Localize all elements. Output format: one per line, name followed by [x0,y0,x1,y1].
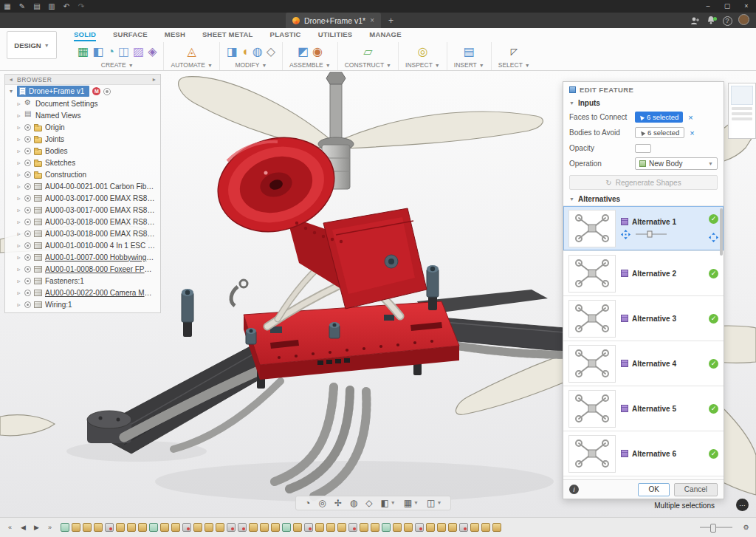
group-create-label[interactable]: CREATE [101,61,126,69]
browser-panel-header[interactable]: ◂ BROWSER ▸ [5,75,160,85]
timeline-feature-icon[interactable] [182,523,191,532]
visibility-eye-icon[interactable] [24,183,31,190]
notifications-bell-icon[interactable] [703,16,719,26]
help-icon[interactable]: ? [719,16,735,26]
timeline-feature-icon[interactable] [404,523,413,532]
clear-bodies-selection-button[interactable]: × [690,129,694,137]
expand-icon[interactable]: ▹ [16,230,21,237]
browser-item[interactable]: ▹ AU00-00-0022-000 Camera Mount... [5,287,160,298]
step-back-button[interactable]: ◀ [18,524,29,531]
go-to-start-button[interactable]: « [4,524,16,531]
visibility-eye-icon[interactable] [24,207,31,213]
expand-icon[interactable]: ▹ [16,301,21,308]
visibility-eye-icon[interactable] [24,195,31,202]
browser-item[interactable]: ▹ AU00-03-0017-000 EMAX RS8-220... [5,192,160,204]
timeline-feature-icon[interactable] [437,523,446,532]
pattern-icon[interactable]: ▨ [133,44,144,60]
timeline-feature-icon[interactable] [426,523,435,532]
visibility-icon[interactable] [103,88,111,95]
window-minimize-button[interactable]: – [698,0,718,13]
revolve-icon[interactable]: ◔ [107,44,114,60]
alternative-row[interactable]: Alternative 6 ✓ [563,431,724,476]
go-to-end-button[interactable]: » [44,524,55,531]
expand-icon[interactable]: ▹ [16,148,21,154]
timeline-feature-icon[interactable] [260,523,269,532]
group-select-label[interactable]: SELECT [498,61,523,69]
timeline-feature-icon[interactable] [481,523,490,532]
opacity-control[interactable] [635,144,651,153]
timeline-feature-icon[interactable] [448,523,457,532]
visibility-eye-icon[interactable] [24,160,31,166]
browser-item[interactable]: ▹ Wiring:1 [5,298,160,310]
timeline-feature-icon[interactable] [149,523,158,532]
form-icon[interactable]: ◈ [148,44,157,60]
select-cursor-icon[interactable]: ◸ [511,44,518,60]
browser-item[interactable]: ▹ Origin [5,121,160,133]
timeline-zoom-slider[interactable] [700,527,732,528]
cancel-button[interactable]: Cancel [674,483,718,496]
timeline-feature-icon[interactable] [393,523,402,532]
alternative-row[interactable]: Alternative 1 ✓ [563,206,724,251]
browser-item[interactable]: ▹ AU00-03-0017-000 EMAX RS8-220... [5,204,160,216]
timeline-feature-icon[interactable] [293,523,302,532]
expand-icon[interactable]: ▹ [16,100,21,107]
timeline-feature-icon[interactable] [171,523,180,532]
move-icon[interactable]: ◇ [267,44,275,60]
shell-icon[interactable]: ◍ [252,44,263,60]
browser-item[interactable]: ▹ Document Settings [5,98,160,109]
share-user-icon[interactable] [687,16,703,25]
timeline-feature-icon[interactable] [193,523,202,532]
visibility-eye-icon[interactable] [24,171,31,178]
browser-item[interactable]: ▹ Fasteners:1 [5,275,160,287]
alternative-row[interactable]: Alternative 4 ✓ [563,341,724,386]
timeline-feature-icon[interactable] [348,523,357,532]
ribbon-tab[interactable]: UTILITIES [318,30,353,41]
zoom-icon[interactable]: ◍ [350,496,357,510]
visibility-eye-icon[interactable] [24,136,31,143]
alternative-row[interactable]: Alternative 5 ✓ [563,386,724,431]
timeline-feature-icon[interactable] [415,523,424,532]
timeline-feature-icon[interactable] [271,523,280,532]
fillet-icon[interactable]: ◖ [241,44,249,60]
timeline-feature-icon[interactable] [315,523,324,532]
redo-icon[interactable]: ↷ [74,0,89,13]
collapse-left-icon[interactable]: ◂ [8,76,14,83]
ribbon-tab[interactable]: MESH [165,30,185,41]
faces-selection-chip[interactable]: 6 selected [635,112,683,123]
fit-icon[interactable]: ◇ [365,496,372,510]
group-insert-label[interactable]: INSERT [454,61,477,69]
insert-canvas-icon[interactable]: ▤ [464,44,475,60]
ribbon-tab[interactable]: MANAGE [369,30,401,41]
regenerate-shapes-button[interactable]: ↻ Regenerate Shapes [569,175,718,190]
expand-icon[interactable]: ▹ [16,124,21,131]
timeline-feature-icon[interactable] [227,523,236,532]
expand-icon[interactable]: ▹ [16,219,21,225]
browser-root-item[interactable]: ▾ Drone+Frame v1 M [5,85,160,98]
browser-item[interactable]: ▹ Bodies [5,145,160,157]
timeline-feature-icon[interactable] [160,523,169,532]
press-pull-icon[interactable]: ◨ [227,44,238,60]
browser-item[interactable]: ▹ AU00-01-0010-000 4 In 1 ESC Moc... [5,239,160,251]
scrollbar[interactable] [720,208,723,256]
alternative-thumbnail[interactable] [568,255,616,293]
expand-icon[interactable]: ▹ [16,266,21,273]
measure-icon[interactable]: ◎ [417,44,427,60]
alternative-transform-controls[interactable] [621,230,704,239]
expand-icon[interactable]: ▹ [16,278,21,284]
group-inspect-label[interactable]: INSPECT [405,61,433,69]
transform-icon[interactable] [621,230,630,239]
user-avatar[interactable] [735,14,752,27]
visibility-eye-icon[interactable] [24,254,31,261]
expand-icon[interactable]: ▹ [16,171,21,178]
window-close-button[interactable]: × [737,0,756,13]
open-file-icon[interactable]: ▤ [30,0,44,13]
look-at-icon[interactable]: ◎ [318,496,326,510]
visibility-eye-icon[interactable] [24,266,31,273]
move-tool-icon[interactable] [709,233,718,242]
timeline-feature-icon[interactable] [205,523,213,532]
alternative-thumbnail[interactable] [568,345,616,383]
expand-icon[interactable]: ▹ [16,112,21,119]
new-component-icon[interactable]: ◩ [298,44,309,60]
timeline-options-icon[interactable]: ⚙ [740,524,752,531]
ok-button[interactable]: OK [638,483,669,496]
